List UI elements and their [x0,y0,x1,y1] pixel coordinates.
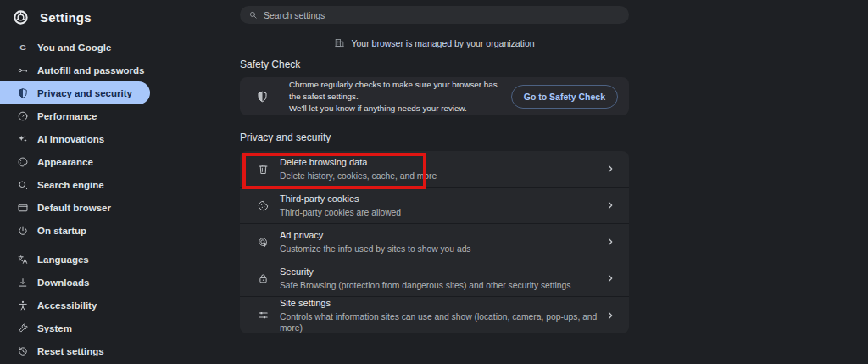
sidebar-item-label: Default browser [37,203,111,213]
chevron-right-icon[interactable] [605,237,615,247]
chevron-right-icon[interactable] [605,273,615,283]
sidebar-item-label: AI innovations [37,134,104,144]
chevron-right-icon[interactable] [605,200,615,210]
sidebar-item-default-browser[interactable]: Default browser [0,196,150,219]
wrench-icon [17,322,29,334]
sidebar-item-privacy-and-security[interactable]: Privacy and security [0,81,150,104]
sidebar-divider [0,244,151,244]
row-title: Security [280,266,570,277]
sidebar-item-label: Appearance [37,157,93,167]
sidebar-item-label: System [37,323,72,333]
sidebar-item-label: Search engine [37,180,104,190]
sidebar-item-label: Privacy and security [37,88,132,98]
sidebar-item-performance[interactable]: Performance [0,104,150,127]
row-title: Site settings [280,298,605,309]
row-subtitle: Controls what information sites can use … [280,311,605,333]
speedometer-icon [17,110,29,122]
lock-icon [257,272,270,285]
accessibility-person-icon [17,300,29,311]
power-icon [17,225,29,237]
privacy-settings-list: Delete browsing data Delete history, coo… [240,151,629,333]
row-title: Ad privacy [280,230,471,241]
sidebar-item-search-engine[interactable]: Search engine [0,173,150,196]
settings-search-bar[interactable] [240,6,629,24]
trash-icon [257,163,270,176]
sidebar-item-label: Autofill and passwords [37,65,145,76]
row-title: Delete browsing data [280,157,437,168]
sidebar-item-on-startup[interactable]: On startup [0,219,150,242]
managed-browser-link[interactable]: browser is managed [372,38,453,48]
sidebar-item-reset-settings[interactable]: Reset settings [0,339,150,362]
sidebar-item-appearance[interactable]: Appearance [0,150,150,173]
sidebar-item-label: On startup [37,226,86,236]
download-icon [17,277,29,288]
translate-icon [17,254,29,266]
svg-text:G: G [19,42,26,52]
palette-icon [17,156,29,168]
settings-row-delete-browsing-data[interactable]: Delete browsing data Delete history, coo… [240,151,629,188]
sidebar-nav: G You and Google Autofill and passwords … [0,36,186,362]
safety-check-description: Chrome regularly checks to make sure you… [289,79,511,115]
sidebar-item-label: Downloads [37,277,89,288]
row-subtitle: Delete history, cookies, cache, and more [280,171,437,182]
sidebar-item-languages[interactable]: Languages [0,248,150,271]
sidebar-item-you-and-google[interactable]: G You and Google [0,36,150,59]
sidebar-item-ai-innovations[interactable]: AI innovations [0,127,150,150]
settings-row-site-settings[interactable]: Site settings Controls what information … [240,297,629,333]
row-subtitle: Third-party cookies are allowed [280,207,401,218]
tune-icon [257,309,270,322]
sidebar-item-label: Reset settings [37,346,104,356]
sidebar-item-autofill-and-passwords[interactable]: Autofill and passwords [0,59,150,81]
go-to-safety-check-button[interactable]: Go to Safety Check [511,85,618,109]
page-title: Settings [40,10,92,25]
sidebar-item-label: Languages [37,255,89,265]
row-subtitle: Customize the info used by sites to show… [280,244,471,255]
sidebar-item-label: You and Google [37,42,111,53]
managed-browser-notice: Your browser is managed by your organiza… [240,37,629,48]
search-icon [248,10,258,20]
safety-description-line2: We'll let you know if anything needs you… [289,103,504,115]
chrome-logo-icon [13,9,29,25]
browser-window-icon [17,202,29,214]
privacy-section-heading: Privacy and security [240,132,331,143]
managed-notice-text: Your browser is managed by your organiza… [351,38,534,48]
sidebar-item-label: Accessibility [37,300,97,311]
ads-click-icon [257,236,270,249]
chevron-right-icon[interactable] [605,311,615,321]
settings-header: Settings [0,0,186,34]
safety-check-card: Chrome regularly checks to make sure you… [240,77,629,115]
settings-row-security[interactable]: Security Safe Browsing (protection from … [240,260,629,297]
sidebar-item-system[interactable]: System [0,316,150,339]
shield-icon [17,87,29,99]
sparkle-icon [17,133,29,145]
row-title: Third-party cookies [280,193,401,204]
search-input[interactable] [264,10,620,20]
safety-check-heading: Safety Check [240,59,300,70]
safety-description-line1: Chrome regularly checks to make sure you… [289,79,504,103]
sidebar-item-accessibility[interactable]: Accessibility [0,294,150,316]
reset-icon [17,345,29,357]
organization-building-icon [334,37,345,48]
cookie-icon [257,199,270,212]
sidebar-item-label: Performance [37,111,97,121]
magnifier-icon [17,179,29,191]
managed-prefix: Your [351,38,371,48]
sidebar-item-downloads[interactable]: Downloads [0,271,150,294]
managed-suffix: by your organization [452,38,534,48]
key-icon [17,64,29,76]
settings-row-third-party-cookies[interactable]: Third-party cookies Third-party cookies … [240,188,629,224]
shield-icon [256,90,269,104]
settings-row-ad-privacy[interactable]: Ad privacy Customize the info used by si… [240,224,629,260]
row-subtitle: Safe Browsing (protection from dangerous… [280,280,570,291]
chevron-right-icon[interactable] [605,164,615,174]
google-g-icon: G [17,42,29,53]
